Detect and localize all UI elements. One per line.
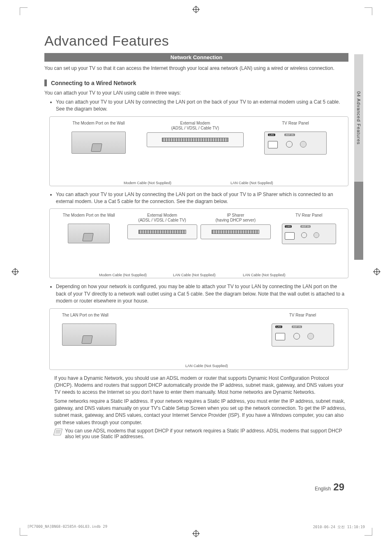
note-row: You can use ADSL modems that support DHC… bbox=[44, 428, 348, 439]
crop-mark bbox=[20, 7, 28, 15]
label-external-modem-sub-2: (ADSL / VDSL / Cable TV) bbox=[138, 218, 186, 222]
print-timestamp: 2010-06-24 오전 11:10:19 bbox=[313, 525, 365, 530]
label-tv-rear: TV Rear Panel bbox=[282, 121, 309, 130]
caption-lan-cable: LAN Cable (Not Supplied) bbox=[231, 181, 273, 185]
label-lan-port-wall: The LAN Port on the Wall bbox=[62, 313, 108, 322]
crop-mark bbox=[20, 528, 28, 536]
label-external-modem-2: External Modem bbox=[147, 213, 177, 217]
tv-rear-panel-icon: LAN ANT IN bbox=[282, 224, 336, 244]
label-tv-rear-2: TV Rear Panel bbox=[295, 213, 323, 222]
caption-lan-cable-3: LAN Cable (Not Supplied) bbox=[185, 364, 228, 368]
tv-rear-panel-icon: LAN ANT IN bbox=[272, 323, 334, 347]
label-tv-rear-3: TV Rear Panel bbox=[289, 313, 316, 322]
caption-lan-cable-2b: LAN Cable (Not Supplied) bbox=[243, 273, 286, 277]
registration-mark-icon bbox=[12, 268, 19, 275]
page-title: Advanced Features bbox=[44, 33, 348, 49]
section-heading-bar: Network Connection bbox=[44, 53, 348, 62]
external-modem-icon bbox=[147, 132, 244, 147]
label-external-modem-sub: (ADSL / VDSL / Cable TV) bbox=[171, 126, 219, 130]
lan-port-label: LAN bbox=[285, 225, 292, 228]
print-file-id: [PC7000_NA]BN68-02585A-06L03.indb 29 bbox=[27, 525, 107, 530]
diagram-modem-direct: The Modem Port on the Wall External Mode… bbox=[49, 116, 348, 186]
ip-sharer-icon bbox=[201, 224, 271, 239]
lead-line: You can attach your TV to your LAN using… bbox=[44, 90, 348, 97]
registration-mark-icon bbox=[192, 530, 200, 537]
label-ip-sharer: IP Sharer bbox=[227, 213, 244, 217]
wall-port-icon bbox=[71, 132, 126, 154]
side-tab-accent bbox=[354, 182, 363, 260]
ant-port-label: ANT IN bbox=[292, 326, 302, 328]
lan-port-label: LAN bbox=[268, 134, 275, 136]
footer-language: English bbox=[315, 486, 331, 492]
side-tab-label: 04 Advanced Features bbox=[356, 91, 361, 145]
diagram-wall-direct: The LAN Port on the Wall TV Rear Panel L… bbox=[49, 308, 348, 370]
wall-port-icon bbox=[62, 323, 116, 346]
subhead-text: Connecting to a Wired Network bbox=[51, 80, 136, 86]
crop-mark bbox=[364, 7, 372, 15]
footer-page-number: 29 bbox=[333, 481, 344, 493]
diagram-ip-sharer: The Modem Port on the Wall External Mode… bbox=[49, 208, 348, 278]
registration-mark-icon bbox=[373, 268, 380, 275]
ant-port-label: ANT IN bbox=[284, 134, 295, 136]
bullet-1: You can attach your TV to your LAN by co… bbox=[56, 99, 348, 113]
label-ip-sharer-sub: (having DHCP server) bbox=[215, 218, 256, 222]
ant-port-label: ANT IN bbox=[300, 225, 311, 228]
paragraph-static: Some networks require a Static IP addres… bbox=[44, 398, 348, 427]
crop-mark bbox=[364, 528, 372, 536]
paragraph-dynamic: If you have a Dynamic Network, you shoul… bbox=[44, 375, 348, 396]
bullet-3: Depending on how your network is configu… bbox=[56, 283, 348, 305]
note-icon bbox=[53, 429, 62, 435]
label-modem-port-wall-2: The Modem Port on the Wall bbox=[63, 213, 115, 222]
intro-text: You can set up your TV so that it can ac… bbox=[44, 65, 348, 72]
external-modem-icon bbox=[127, 224, 198, 239]
caption-modem-cable-2: Modem Cable (Not Supplied) bbox=[99, 273, 147, 277]
subhead-bar-icon bbox=[44, 79, 47, 86]
note-text: You can use ADSL modems that support DHC… bbox=[65, 428, 348, 439]
label-external-modem: External Modem bbox=[180, 121, 210, 125]
side-chapter-tab: 04 Advanced Features bbox=[354, 54, 363, 182]
subheading: Connecting to a Wired Network bbox=[44, 79, 348, 86]
print-metadata: [PC7000_NA]BN68-02585A-06L03.indb 29 201… bbox=[27, 525, 365, 530]
tv-rear-panel-icon: LAN ANT IN bbox=[264, 132, 327, 155]
caption-modem-cable: Modem Cable (Not Supplied) bbox=[124, 181, 171, 185]
label-modem-port-wall: The Modem Port on the Wall bbox=[72, 121, 125, 130]
caption-lan-cable-2a: LAN Cable (Not Supplied) bbox=[173, 273, 216, 277]
wall-port-icon bbox=[68, 224, 110, 243]
registration-mark-icon bbox=[192, 6, 200, 13]
bullet-2: You can attach your TV to your LAN by co… bbox=[56, 191, 348, 206]
page-footer: English 29 bbox=[315, 481, 344, 493]
lan-port-label: LAN bbox=[275, 326, 283, 328]
